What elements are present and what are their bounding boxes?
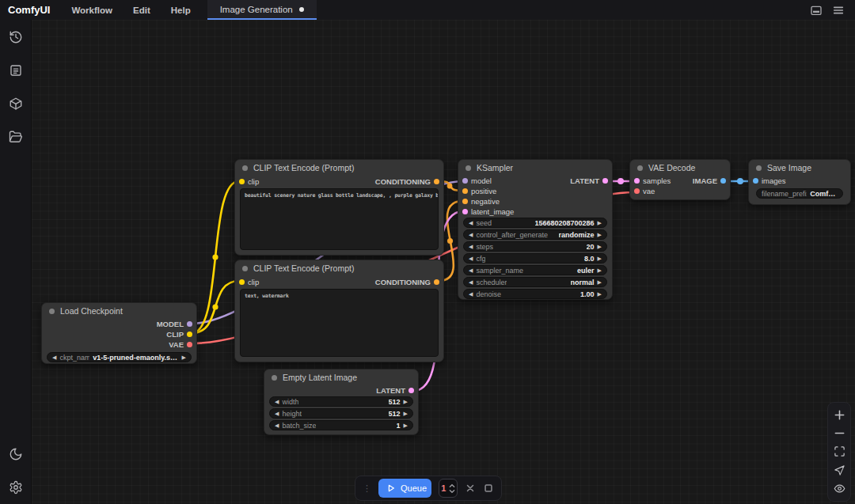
widget-decrement-icon[interactable]: ◀ xyxy=(469,244,473,249)
sampler-name-widget[interactable]: ◀ sampler_name euler ▶ xyxy=(463,265,607,275)
collapse-dot-icon[interactable] xyxy=(272,375,277,381)
input-slot-samples[interactable] xyxy=(634,178,640,184)
bottom-panel-toggle-icon[interactable] xyxy=(809,3,823,17)
input-slot-latent-image[interactable] xyxy=(462,209,468,214)
toggle-link-visibility-icon[interactable] xyxy=(833,483,846,495)
widget-decrement-icon[interactable]: ◀ xyxy=(275,399,279,404)
negative-prompt-textarea[interactable]: text, watermark xyxy=(240,289,439,357)
node-header[interactable]: KSampler xyxy=(458,160,612,176)
widget-decrement-icon[interactable]: ◀ xyxy=(469,232,473,237)
node-ksampler[interactable]: KSampler model LATENT positive negative … xyxy=(458,159,613,300)
widget-increment-icon[interactable]: ▶ xyxy=(598,279,602,285)
tab-image-generation[interactable]: Image Generation xyxy=(207,0,317,20)
model-library-icon[interactable] xyxy=(9,97,23,111)
clear-queue-icon[interactable] xyxy=(465,482,476,495)
theme-toggle-moon-icon[interactable] xyxy=(9,447,23,461)
widget-increment-icon[interactable]: ▶ xyxy=(404,411,408,416)
widget-decrement-icon[interactable]: ◀ xyxy=(469,267,473,273)
batch-count-input[interactable]: 1 xyxy=(439,479,458,498)
collapse-dot-icon[interactable] xyxy=(637,165,643,171)
node-header[interactable]: CLIP Text Encode (Prompt) xyxy=(235,260,443,276)
node-vae-decode[interactable]: VAE Decode samples IMAGE vae xyxy=(629,159,731,200)
menu-edit[interactable]: Edit xyxy=(123,0,161,20)
denoise-widget[interactable]: ◀ denoise 1.00 ▶ xyxy=(463,289,607,299)
widget-decrement-icon[interactable]: ◀ xyxy=(469,279,473,285)
widget-increment-icon[interactable]: ▶ xyxy=(598,267,602,273)
widget-increment-icon[interactable]: ▶ xyxy=(598,291,602,297)
input-slot-images[interactable] xyxy=(753,178,758,184)
node-header[interactable]: Load Checkpoint xyxy=(42,303,196,319)
steps-widget[interactable]: ◀ steps 20 ▶ xyxy=(463,241,607,252)
zoom-in-icon[interactable] xyxy=(833,408,846,421)
node-header[interactable]: Empty Latent Image xyxy=(264,369,418,385)
link-dot-image[interactable] xyxy=(737,178,743,184)
widget-decrement-icon[interactable]: ◀ xyxy=(469,256,473,261)
link-dot-samples[interactable] xyxy=(618,178,624,184)
height-widget[interactable]: ◀ height 512 ▶ xyxy=(269,408,413,419)
widget-increment-icon[interactable]: ▶ xyxy=(598,232,602,237)
widget-decrement-icon[interactable]: ◀ xyxy=(275,411,279,416)
output-slot-vae[interactable] xyxy=(187,342,192,347)
widget-increment-icon[interactable]: ▶ xyxy=(598,244,602,249)
node-load-checkpoint[interactable]: Load Checkpoint MODEL CLIP VAE ◀ ckpt_na… xyxy=(41,302,197,364)
node-save-image[interactable]: Save Image images filename_prefix ComfyU… xyxy=(748,159,851,205)
input-slot-vae[interactable] xyxy=(634,188,640,194)
output-slot-latent[interactable] xyxy=(408,388,414,393)
widget-decrement-icon[interactable]: ◀ xyxy=(469,291,473,297)
select-mode-icon[interactable] xyxy=(833,464,846,476)
settings-gear-icon[interactable] xyxy=(9,480,23,495)
stepper-up-icon[interactable] xyxy=(449,483,455,488)
zoom-out-icon[interactable] xyxy=(833,427,846,440)
widget-increment-icon[interactable]: ▶ xyxy=(404,423,408,428)
node-clip-text-encode-positive[interactable]: CLIP Text Encode (Prompt) clip CONDITION… xyxy=(234,159,444,256)
widget-decrement-icon[interactable]: ◀ xyxy=(52,354,56,360)
workflows-folder-icon[interactable] xyxy=(9,130,23,144)
collapse-dot-icon[interactable] xyxy=(242,165,248,171)
workflow-history-icon[interactable] xyxy=(9,30,23,44)
output-slot-image[interactable] xyxy=(720,178,726,184)
node-empty-latent-image[interactable]: Empty Latent Image LATENT ◀ width 512 ▶ … xyxy=(264,369,419,435)
collapse-dot-icon[interactable] xyxy=(756,165,762,171)
stop-icon[interactable] xyxy=(483,482,494,495)
input-slot-model[interactable] xyxy=(462,178,468,184)
input-slot-negative[interactable] xyxy=(462,199,468,204)
menu-workflow[interactable]: Workflow xyxy=(61,0,123,20)
output-slot-conditioning[interactable] xyxy=(434,279,439,285)
output-slot-model[interactable] xyxy=(187,321,192,327)
link-dot-clip-positive[interactable] xyxy=(212,254,218,260)
input-slot-clip[interactable] xyxy=(239,179,245,184)
collapse-dot-icon[interactable] xyxy=(466,165,471,171)
hamburger-menu-icon[interactable] xyxy=(831,3,846,17)
ckpt-name-widget[interactable]: ◀ ckpt_name v1-5-pruned-emaonly.safete..… xyxy=(47,352,192,362)
node-clip-text-encode-negative[interactable]: CLIP Text Encode (Prompt) clip CONDITION… xyxy=(234,260,444,362)
seed-widget[interactable]: ◀ seed 156680208700286 ▶ xyxy=(463,218,607,228)
collapse-dot-icon[interactable] xyxy=(242,266,248,271)
widget-increment-icon[interactable]: ▶ xyxy=(404,399,408,404)
stepper-down-icon[interactable] xyxy=(449,489,455,494)
widget-increment-icon[interactable]: ▶ xyxy=(598,220,602,225)
cfg-widget[interactable]: ◀ cfg 8.0 ▶ xyxy=(463,253,607,263)
link-dot-conditioning-negative[interactable] xyxy=(447,238,453,244)
widget-decrement-icon[interactable]: ◀ xyxy=(275,423,279,428)
output-slot-latent[interactable] xyxy=(602,178,608,184)
menu-help[interactable]: Help xyxy=(161,0,201,20)
fit-view-icon[interactable] xyxy=(833,445,846,458)
positive-prompt-textarea[interactable]: beautiful scenery nature glass bottle la… xyxy=(240,188,439,250)
batch-size-widget[interactable]: ◀ batch_size 1 ▶ xyxy=(269,420,413,430)
node-header[interactable]: VAE Decode xyxy=(630,160,730,176)
queue-button[interactable]: Queue xyxy=(378,479,431,498)
drag-handle-icon[interactable]: ⋮ xyxy=(363,484,371,493)
output-slot-clip[interactable] xyxy=(187,332,192,337)
control-after-generate-widget[interactable]: ◀ control_after_generate randomize ▶ xyxy=(463,229,607,240)
queue-panel-icon[interactable] xyxy=(9,63,23,78)
filename-prefix-widget[interactable]: filename_prefix ComfyUI xyxy=(756,188,843,199)
output-slot-conditioning[interactable] xyxy=(434,179,439,184)
collapse-dot-icon[interactable] xyxy=(49,309,55,314)
node-graph-canvas[interactable]: Load Checkpoint MODEL CLIP VAE ◀ ckpt_na… xyxy=(32,20,855,504)
node-header[interactable]: Save Image xyxy=(749,160,850,176)
scheduler-widget[interactable]: ◀ scheduler normal ▶ xyxy=(463,277,607,287)
widget-increment-icon[interactable]: ▶ xyxy=(598,256,602,261)
node-header[interactable]: CLIP Text Encode (Prompt) xyxy=(235,160,443,176)
widget-decrement-icon[interactable]: ◀ xyxy=(469,220,473,225)
link-dot-conditioning-positive[interactable] xyxy=(447,184,453,189)
